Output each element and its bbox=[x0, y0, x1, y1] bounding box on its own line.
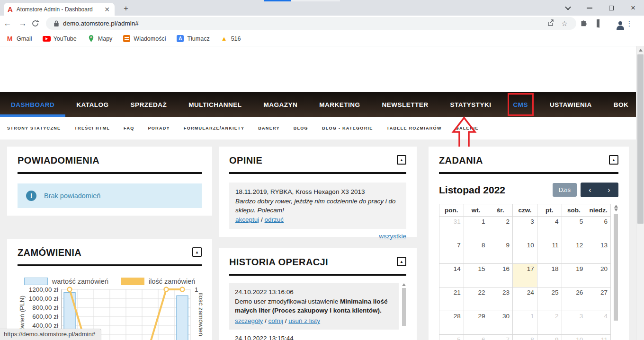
history-link-2[interactable]: cofnij bbox=[268, 317, 284, 324]
calendar-day[interactable]: 1 bbox=[464, 217, 488, 240]
calendar-day[interactable]: 11 bbox=[586, 335, 611, 340]
window-chevron-icon[interactable] bbox=[557, 0, 579, 16]
collapse-panel-icon[interactable]: ▲ bbox=[397, 155, 406, 165]
all-reviews-link[interactable]: wszystkie bbox=[379, 233, 406, 240]
nav-item-magazyn[interactable]: MAGAZYN bbox=[253, 92, 309, 117]
bookmark-star-icon[interactable]: ☆ bbox=[557, 19, 572, 28]
collapse-panel-icon[interactable]: ▲ bbox=[397, 257, 406, 266]
calendar-day[interactable]: 16 bbox=[488, 264, 513, 288]
profile-avatar[interactable] bbox=[607, 19, 622, 27]
prev-month-button[interactable]: ‹ bbox=[581, 183, 599, 197]
scroll-thumb[interactable] bbox=[637, 54, 644, 224]
calendar-day[interactable]: 20 bbox=[586, 264, 611, 288]
calendar-day[interactable]: 14 bbox=[439, 264, 464, 288]
calendar-day[interactable]: 29 bbox=[464, 311, 488, 335]
calendar-day[interactable]: 31 bbox=[439, 217, 464, 240]
calendar-day[interactable]: 6 bbox=[586, 217, 611, 240]
close-window-button[interactable]: × bbox=[622, 0, 644, 16]
subnav-item-blog[interactable]: BLOG bbox=[294, 126, 308, 131]
bookmark-mapy[interactable]: Mapy bbox=[87, 35, 113, 43]
subnav-item-faq[interactable]: FAQ bbox=[124, 126, 134, 131]
subnav-item-strony-statyczne[interactable]: STRONY STATYCZNE bbox=[7, 126, 61, 131]
calendar-day[interactable]: 22 bbox=[464, 288, 488, 311]
calendar-day[interactable]: 5 bbox=[562, 217, 586, 240]
forward-button[interactable]: → bbox=[15, 19, 30, 28]
minimize-button[interactable] bbox=[579, 0, 600, 16]
calendar-day[interactable]: 9 bbox=[537, 335, 562, 340]
subnav-item-treści-html[interactable]: TREŚCI HTML bbox=[74, 126, 110, 131]
calendar-day[interactable]: 3 bbox=[513, 217, 537, 240]
calendar-day[interactable]: 5 bbox=[439, 335, 464, 340]
review-action-odrzuć[interactable]: odrzuć bbox=[265, 216, 284, 223]
scroll-up-icon[interactable] bbox=[639, 49, 643, 52]
bookmark-516[interactable]: ▲516 bbox=[220, 35, 241, 43]
calendar-day[interactable]: 23 bbox=[488, 288, 513, 311]
browser-menu-icon[interactable]: ⋮ bbox=[622, 19, 637, 28]
calendar-day[interactable]: 6 bbox=[464, 335, 488, 340]
history-scrollbar[interactable] bbox=[402, 283, 406, 340]
nav-item-katalog[interactable]: KATALOG bbox=[65, 92, 119, 117]
nav-item-marketing[interactable]: MARKETING bbox=[308, 92, 371, 117]
scroll-thumb[interactable] bbox=[402, 288, 406, 326]
url-text[interactable]: demo.atomstore.pl/admin# bbox=[63, 20, 543, 27]
nav-item-cms[interactable]: CMS bbox=[507, 92, 535, 117]
subnav-item-blog-kategorie[interactable]: BLOG - KATEGORIE bbox=[322, 126, 373, 131]
bookmark-tłumacz[interactable]: ATłumacz bbox=[176, 35, 209, 43]
page-scrollbar[interactable] bbox=[636, 46, 644, 340]
restore-button[interactable] bbox=[600, 0, 622, 16]
nav-item-ustawienia[interactable]: USTAWIENIA bbox=[539, 92, 603, 117]
calendar-day[interactable]: 10 bbox=[513, 240, 537, 264]
calendar-day[interactable]: 8 bbox=[513, 335, 537, 340]
review-action-akceptuj[interactable]: akceptuj bbox=[235, 216, 259, 223]
calendar-day[interactable]: 27 bbox=[586, 288, 611, 311]
calendar-day[interactable]: 7 bbox=[488, 335, 513, 340]
calendar-day[interactable]: 25 bbox=[537, 288, 562, 311]
calendar-day[interactable]: 28 bbox=[439, 311, 464, 335]
nav-item-newsletter[interactable]: NEWSLETTER bbox=[371, 92, 439, 117]
nav-item-bok[interactable]: BOK bbox=[603, 92, 640, 117]
bookmark-gmail[interactable]: MGmail bbox=[6, 35, 32, 43]
address-bar[interactable]: demo.atomstore.pl/admin# ☆ bbox=[46, 17, 576, 30]
bookmark-wiadomości[interactable]: Wiadomości bbox=[123, 35, 166, 43]
calendar-day[interactable]: 12 bbox=[562, 240, 586, 264]
browser-tab[interactable]: A Atomstore Admin - Dashboard ✕ bbox=[4, 3, 115, 16]
calendar-day[interactable]: 10 bbox=[562, 335, 586, 340]
calendar-day[interactable]: 4 bbox=[537, 217, 562, 240]
calendar-day[interactable]: 7 bbox=[439, 240, 464, 264]
nav-item-dashboard[interactable]: DASHBOARD bbox=[0, 92, 65, 117]
extensions-puzzle-icon[interactable] bbox=[576, 19, 591, 28]
calendar-day[interactable]: 30 bbox=[488, 311, 513, 335]
nav-item-multichannel[interactable]: MULTICHANNEL bbox=[178, 92, 252, 117]
calendar-day[interactable]: 8 bbox=[464, 240, 488, 264]
calendar-day[interactable]: 1 bbox=[513, 311, 537, 335]
nav-item-statystyki[interactable]: STATYSTYKI bbox=[439, 92, 502, 117]
today-button[interactable]: Dziś bbox=[553, 183, 577, 197]
history-link-3[interactable]: usuń z listy bbox=[288, 317, 320, 324]
calendar-day[interactable]: 4 bbox=[586, 311, 611, 335]
collapse-panel-icon[interactable]: ▲ bbox=[192, 247, 202, 257]
collapse-panel-icon[interactable]: ▲ bbox=[609, 155, 618, 165]
calendar-day[interactable]: 19 bbox=[562, 264, 586, 288]
reload-icon[interactable] bbox=[31, 19, 39, 27]
calendar-day[interactable]: 26 bbox=[562, 288, 586, 311]
calendar-scrollbar[interactable] bbox=[613, 204, 618, 340]
history-link-1[interactable]: szczegóły bbox=[235, 317, 263, 324]
calendar-day[interactable]: 2 bbox=[537, 311, 562, 335]
calendar-day[interactable]: 18 bbox=[537, 264, 562, 288]
subnav-item-porady[interactable]: PORADY bbox=[148, 126, 170, 131]
scroll-up-icon[interactable] bbox=[402, 283, 406, 286]
new-tab-button[interactable]: + bbox=[120, 3, 132, 15]
share-icon[interactable] bbox=[543, 19, 557, 28]
nav-item-sprzedaż[interactable]: SPRZEDAŻ bbox=[120, 92, 178, 117]
scroll-up-icon[interactable] bbox=[614, 205, 618, 208]
calendar-day[interactable]: 21 bbox=[439, 288, 464, 311]
tab-close-icon[interactable]: ✕ bbox=[103, 6, 111, 13]
calendar-day[interactable]: 2 bbox=[488, 217, 513, 240]
bookmark-youtube[interactable]: YouTube bbox=[43, 35, 77, 43]
calendar-day[interactable]: 3 bbox=[562, 311, 586, 335]
scroll-down-icon[interactable] bbox=[614, 209, 618, 211]
calendar-day[interactable]: 13 bbox=[586, 240, 611, 264]
calendar-day[interactable]: 11 bbox=[537, 240, 562, 264]
calendar-day[interactable]: 15 bbox=[464, 264, 488, 288]
calendar-day[interactable]: 9 bbox=[488, 240, 513, 264]
